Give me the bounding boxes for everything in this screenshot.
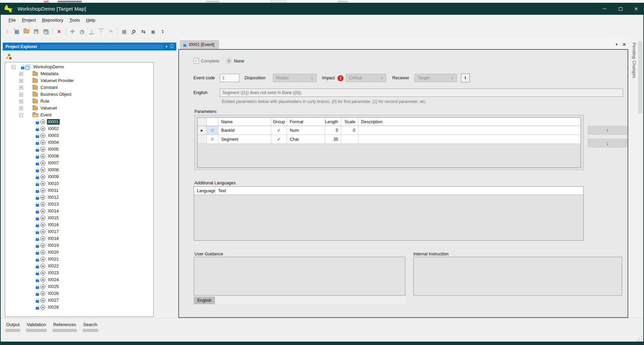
param-name-cell[interactable]: Segment [218, 135, 271, 143]
expand-expander-icon[interactable]: + [19, 86, 23, 90]
param-format-cell[interactable]: Num [287, 126, 325, 135]
minimize-button[interactable] [597, 3, 612, 15]
english-text-input[interactable] [220, 89, 623, 97]
menu-file[interactable]: File [5, 16, 19, 24]
collapse-expander-icon[interactable]: − [19, 113, 23, 117]
tree-item-event-i0017[interactable]: NI0017 [5, 228, 153, 235]
tree-item-event-i0025[interactable]: NI0025 [5, 283, 153, 290]
disposition-select[interactable]: Retain [273, 74, 317, 82]
expand-expander-icon[interactable]: + [19, 100, 23, 103]
user-guidance-textarea[interactable] [194, 257, 405, 296]
impact-select[interactable]: Critical [346, 74, 386, 82]
bottom-tab-output[interactable]: Output [5, 321, 20, 332]
tree-item-event-i0004[interactable]: NI0004 [5, 139, 153, 146]
none-radio[interactable] [226, 58, 231, 64]
tree-item-folder-business-object[interactable]: +Business Object [5, 91, 153, 98]
tree-item-event-i0003[interactable]: NI0003 [5, 132, 153, 139]
tree-item-folder-metadata[interactable]: +Metadata [5, 70, 153, 77]
tree-item-event-i0027[interactable]: NI0027 [5, 297, 153, 304]
additional-languages-grid[interactable]: Language Text [194, 186, 584, 241]
auto-hide-pin-icon[interactable] [170, 44, 173, 49]
param-description-cell[interactable] [358, 126, 581, 135]
tree-item-event-i0010[interactable]: NI0010 [5, 180, 153, 187]
expand-expander-icon[interactable]: + [19, 79, 23, 83]
param-scale-cell[interactable]: 0 [341, 126, 358, 135]
parameter-row-segment[interactable]: Segment✓Char35 [198, 135, 581, 144]
tree-item-folder-constant[interactable]: +Constant [5, 84, 153, 91]
history-icon[interactable]: ◷ [77, 27, 86, 36]
tree-item-event-i0022[interactable]: NI0022 [5, 263, 153, 269]
tree-item-folder-rule[interactable]: +Rule [5, 98, 153, 105]
cascade-windows-icon[interactable]: ▣ [148, 27, 157, 36]
tree-item-event-i0018[interactable]: NI0018 [5, 235, 153, 242]
tree-item-event-i0013[interactable]: NI0013 [5, 201, 153, 208]
tree-item-event-i0002[interactable]: NI0002 [5, 125, 153, 132]
close-button[interactable]: ✕ [628, 3, 644, 15]
param-description-cell[interactable] [358, 135, 581, 143]
bottom-tab-validation[interactable]: Validation [26, 321, 47, 332]
tree-item-event-i0012[interactable]: NI0012 [5, 194, 153, 201]
save-icon[interactable] [32, 27, 40, 36]
tree-item-event-i0021[interactable]: NI0021 [5, 256, 153, 263]
tree-item-event-i0009[interactable]: NI0009 [5, 173, 153, 180]
tree-item-folder-valueset-provider[interactable]: +Valueset Provider [5, 77, 153, 84]
param-format-cell[interactable]: Char [287, 135, 325, 143]
tree-item-root[interactable]: −WorkshopDemo [5, 64, 153, 70]
tree-item-event-i0026[interactable]: NI0026 [5, 290, 153, 297]
tab-list-chevron-icon[interactable]: ▼ [615, 43, 618, 46]
status-dots-icon[interactable] [6, 54, 12, 59]
tree-item-event-i0016[interactable]: NI0016 [5, 221, 153, 228]
param-group-cell[interactable]: ✓ [271, 126, 287, 135]
tree-item-folder-valueset[interactable]: +Valueset [5, 105, 153, 112]
overflow-icon[interactable]: ▾ [158, 27, 167, 36]
new-project-icon[interactable]: ▦ [12, 27, 21, 36]
search-icon[interactable] [129, 27, 138, 36]
bottom-tab-search[interactable]: Search [83, 321, 98, 332]
move-down-button[interactable]: ↓ [588, 139, 627, 147]
tree-item-event-i0023[interactable]: NI0023 [5, 269, 153, 276]
tab-i0001-event[interactable]: I0001 [Event] [180, 40, 219, 49]
param-scale-cell[interactable] [341, 135, 358, 143]
tree-item-event-i0024[interactable]: NI0024 [5, 276, 153, 283]
internal-instruction-textarea[interactable] [413, 257, 622, 296]
check-out-icon[interactable]: ↑ [97, 27, 106, 36]
sync-icon[interactable]: ⇆ [139, 27, 148, 36]
resize-grip[interactable] [636, 335, 642, 341]
maximize-button[interactable] [612, 3, 628, 15]
tree-item-event-i0001[interactable]: NI0001 [5, 118, 153, 125]
tree-item-event-i0005[interactable]: NI0005 [5, 146, 153, 153]
tree-item-event-i0015[interactable]: NI0015 [5, 215, 153, 221]
pending-changes-label[interactable]: Pending Changes [632, 43, 636, 78]
param-length-cell[interactable]: 5 [325, 126, 341, 135]
param-group-cell[interactable]: ✓ [271, 135, 287, 143]
tree-item-event-i0028[interactable]: NI0028 [5, 304, 153, 311]
parameters-grid[interactable]: NameGroupFormatLengthScaleDescription▶Ba… [197, 117, 581, 168]
tree-item-event-i0006[interactable]: NI0006 [5, 153, 153, 160]
get-latest-icon[interactable]: ↓ [87, 27, 96, 36]
menu-tools[interactable]: Tools [67, 16, 83, 24]
project-explorer-header[interactable]: Project Explorer ▾ [3, 43, 176, 50]
add-icon[interactable]: ✚ [68, 27, 77, 36]
delete-icon[interactable]: ✕ [55, 27, 63, 36]
open-icon[interactable] [22, 27, 31, 36]
expand-expander-icon[interactable]: + [19, 106, 23, 110]
window-position-icon[interactable]: ▾ [166, 45, 167, 48]
properties-icon[interactable]: ▤ [120, 27, 129, 36]
info-button[interactable]: i [461, 73, 470, 82]
save-all-icon[interactable] [41, 27, 50, 36]
receiver-select[interactable]: Target [415, 74, 457, 82]
tree-item-event-i0011[interactable]: NI0011 [5, 187, 153, 194]
expand-expander-icon[interactable]: + [19, 72, 23, 76]
event-code-input[interactable] [220, 74, 239, 82]
tree-item-event-i0014[interactable]: NI0014 [5, 208, 153, 215]
move-up-button[interactable]: ↑ [588, 126, 627, 135]
parameter-row-bankid[interactable]: ▶BankId✓Num50 [198, 126, 581, 135]
tree-item-event-i0008[interactable]: NI0008 [5, 166, 153, 173]
tree-item-folder-event[interactable]: −Event [5, 112, 153, 118]
bottom-tab-references[interactable]: References [52, 321, 76, 332]
tree-item-event-i0019[interactable]: NI0019 [5, 242, 153, 249]
complete-checkbox[interactable]: ✓ [193, 58, 199, 64]
menu-help[interactable]: Help [83, 16, 98, 24]
collapse-expander-icon[interactable]: − [12, 65, 15, 69]
menu-repository[interactable]: Repository [39, 16, 66, 24]
